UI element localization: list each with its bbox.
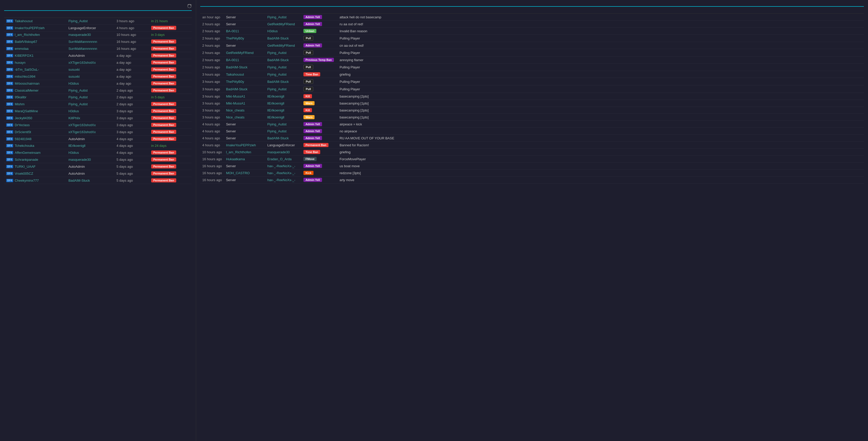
player-link[interactable]: DrYeclass (15, 123, 30, 127)
player-link[interactable]: Schrankpanade (15, 158, 38, 161)
admin-cell: BadAIM-Stuck (66, 177, 114, 184)
player-link[interactable]: GetRektMyFRiend (226, 51, 254, 55)
player-link[interactable]: KIBERFOX1 (15, 54, 34, 58)
player-cell: BF4 huxayn (4, 59, 66, 66)
player-link[interactable]: Mrbosschairman (15, 82, 39, 86)
admin-link[interactable]: masquerade30 (267, 150, 290, 154)
admin-link[interactable]: GetRektMyFRiend (267, 43, 295, 48)
admin-link[interactable]: GetRektMyFRiend (267, 22, 295, 26)
admin-link[interactable]: Flying_Autist (267, 51, 286, 55)
player-link[interactable]: ImakeYouPEPPzieh (15, 26, 44, 30)
admin-link[interactable]: H3dius (267, 29, 278, 33)
player-link[interactable]: 95kalibr (15, 95, 27, 99)
admin-link[interactable]: xXTiger163shotXx (68, 123, 96, 127)
player-link[interactable]: Mishm (15, 102, 25, 106)
admin-link[interactable]: xXTiger163shotXx (68, 130, 96, 134)
table-row: 4 hours ago Server BadAIM-Stuck Admin Ye… (200, 135, 864, 142)
admin-link[interactable]: llErlkoenigll (267, 108, 284, 112)
admin-link[interactable]: llErlkoenigll (68, 144, 85, 148)
player-link[interactable]: ClassicalMemer (15, 89, 38, 92)
player-link[interactable]: Taikahousut (15, 19, 32, 23)
player-link[interactable]: Hukaatkama (226, 157, 245, 161)
expires-cell: Permanent Ban (149, 59, 192, 66)
admin-link[interactable]: BadAIM-Stuck (68, 179, 90, 183)
table-row: BF4 mitschko1994 susuxkia day agoPermane… (4, 73, 192, 80)
refresh-icon[interactable] (188, 4, 192, 8)
player-link[interactable]: Miki-MussA1 (226, 101, 245, 105)
player-link[interactable]: ThePl4yB0y (226, 80, 244, 84)
player-link[interactable]: l_am_Richthofen (15, 33, 40, 37)
admin-link[interactable]: masquerade30 (68, 33, 91, 37)
admin-link[interactable]: llErlkoenigll (267, 115, 284, 119)
player-link[interactable]: ThePl4yB0y (226, 36, 244, 40)
admin-cell: llErlkoenigll (66, 143, 114, 149)
player-link[interactable]: Miki-MussA1 (226, 94, 245, 98)
admin-link[interactable]: Flying_Autist (68, 102, 88, 106)
player-cell: MOH_CASTRO (224, 169, 265, 177)
player-link[interactable]: Tchekchouka (15, 144, 34, 148)
admin-link[interactable]: BadAIM-Stuck (267, 36, 289, 40)
player-link[interactable]: BA-0011 (226, 58, 239, 62)
player-link[interactable]: AffenGemeinsam (15, 151, 40, 155)
player-link[interactable]: Jeckyll4350 (15, 116, 32, 120)
admin-link[interactable]: hax-_-ReeNoXx-_- (267, 164, 295, 168)
expires-cell: Permanent Ban (149, 107, 192, 115)
admin-link[interactable]: Flying_Autist (267, 129, 286, 133)
admin-link[interactable]: H3dius (68, 82, 79, 86)
time-cell: 3 hours ago (200, 78, 224, 86)
admin-link[interactable]: H3dius (68, 109, 79, 113)
player-link[interactable]: -bTm_SalSOuL- (15, 68, 39, 71)
admin-link[interactable]: Flying_Autist (267, 65, 286, 69)
player-link[interactable]: mitschko1994 (15, 74, 35, 78)
player-link[interactable]: emmolaa (15, 47, 28, 51)
table-row: 2 hours ago BA-0011 BadAIM-Stuck Previou… (200, 57, 864, 63)
admin-link[interactable]: masquerade30 (68, 158, 91, 161)
admin-link[interactable]: BadAIM-Stuck (267, 80, 289, 84)
table-row: 3 hours ago BadAIM-Stuck Flying_Autist P… (200, 86, 864, 93)
admin-link[interactable]: susuxki (68, 68, 80, 71)
admin-link[interactable]: SurrMaMannnnnnn (68, 40, 97, 43)
admin-link[interactable]: susuxki (68, 74, 80, 78)
action-desc: airpeace = kick (338, 121, 864, 128)
player-link[interactable]: Nice_cheats (226, 115, 245, 119)
admin-link[interactable]: Flying_Autist (68, 95, 88, 99)
admin-link[interactable]: Flying_Autist (267, 15, 286, 19)
admin-link[interactable]: hax-_-ReeNoXx-_- (267, 178, 295, 182)
player-link[interactable]: MaraQSaltMine (15, 109, 38, 113)
admin-link[interactable]: xXTiger163shotXx (68, 61, 96, 64)
admin-link[interactable]: llErlkoenigll (267, 94, 284, 98)
player-link[interactable]: Vrsek005CZ (15, 171, 33, 176)
time-cell: an hour ago (200, 14, 224, 21)
admin-link[interactable]: KillPhilx (68, 116, 80, 120)
admin-link[interactable]: BadAIM-Stuck (267, 136, 289, 140)
admin-link[interactable]: BadAIM-Stuck (267, 58, 289, 62)
admin-link[interactable]: Flying_Autist (267, 122, 286, 126)
player-link[interactable]: Cheekyminx777 (15, 179, 39, 183)
admin-link[interactable]: Flying_Autist (68, 89, 88, 92)
admin-link[interactable]: Flying_Autist (68, 19, 88, 23)
table-row: 16 hours ago Server hax-_-ReeNoXx-_- Adm… (200, 177, 864, 184)
player-link[interactable]: ImakeYouPEPPzieh (226, 143, 256, 147)
player-link[interactable]: huxayn (15, 61, 26, 64)
player-link[interactable]: BadAIM-Stuck (226, 87, 247, 91)
player-link[interactable]: BA-0011 (226, 29, 239, 33)
admin-link[interactable]: Flying_Autist (267, 72, 286, 76)
player-link[interactable]: BadAIM-Stuck (226, 65, 247, 69)
player-link[interactable]: 592481948 (15, 137, 31, 141)
admin-link[interactable]: llErlkoenigll (267, 101, 284, 105)
admin-link[interactable]: Flying_Autist (267, 87, 286, 91)
player-link[interactable]: l_am_Richthofen (226, 150, 251, 154)
player-link[interactable]: MOH_CASTRO (226, 171, 250, 175)
player-link[interactable]: Nice_cheats (226, 108, 245, 112)
expires-cell: Permanent Ban (149, 156, 192, 163)
player-link[interactable]: BatbfV8sksp67 (15, 40, 37, 43)
table-row: BF4 95kalibr Flying_Autist2 days agoin 5… (4, 94, 192, 101)
player-link[interactable]: Taikahousut (226, 72, 244, 76)
issued-cell: a day ago (115, 52, 149, 59)
admin-link[interactable]: SurrMaMannnnnnn (68, 47, 97, 51)
player-link[interactable]: DrScienti5t (15, 130, 31, 134)
admin-link[interactable]: hax-_-ReeNoXx-_- (267, 171, 295, 175)
player-link[interactable]: TURKI_UAAF (15, 165, 36, 168)
admin-link[interactable]: Eradan_O_Arda (267, 157, 291, 161)
admin-link[interactable]: H3dius (68, 151, 79, 155)
